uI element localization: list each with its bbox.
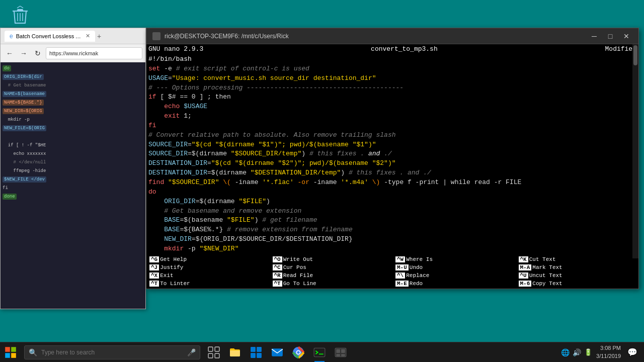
task-view-button[interactable]: [203, 342, 224, 363]
list-item: fi: [3, 184, 143, 192]
list-item: BASE=$(basename "$FILE") # get filename: [148, 216, 636, 225]
minimize-button[interactable]: ─: [588, 31, 600, 41]
svg-rect-20: [336, 349, 340, 353]
svg-rect-11: [257, 353, 262, 358]
nano-shortcut-to-linter: ^T To Linter: [146, 280, 270, 288]
taskbar: 🔍 🎤: [0, 342, 644, 362]
list-item: fi: [148, 121, 636, 131]
list-item: NEW_DIR=${ORIG: [3, 107, 143, 115]
list-item: exit 1;: [148, 112, 636, 121]
svg-rect-8: [251, 347, 256, 352]
list-item: BASE=${BASE%.*} # remove extension from …: [148, 225, 636, 235]
forward-button[interactable]: →: [18, 47, 30, 59]
start-button[interactable]: [0, 342, 21, 363]
list-item: done: [3, 193, 143, 201]
search-input[interactable]: [41, 349, 183, 356]
system-icons: 🌐 🔊 🔋: [561, 348, 592, 356]
svg-rect-3: [11, 353, 16, 358]
terminal-titlebar: rick@DESKTOP-3CEM9F6: /mnt/c/Users/Rick …: [146, 28, 638, 44]
time-display: 3:08 PM: [596, 344, 621, 352]
nano-shortcut-exit: ^X Exit: [146, 272, 270, 280]
nano-shortcut-where-is: ^W Where Is: [392, 255, 516, 263]
list-item: # --- Options processing ---------------…: [148, 83, 636, 93]
svg-rect-7: [215, 353, 219, 358]
svg-rect-17: [314, 348, 325, 356]
nano-shortcut-mark-text: M-A Mark Text: [516, 263, 639, 272]
list-item: $NEW_FILE </dev: [3, 175, 143, 184]
terminal-controls: ─ □ ✕: [588, 31, 632, 41]
scrollbar-thumb[interactable]: [633, 45, 637, 65]
back-button[interactable]: ←: [4, 47, 16, 59]
list-item: SOURCE_DIR=$(dirname "$SOURCE_DIR/temp")…: [148, 149, 636, 159]
nano-shortcut-undo: M-U Undo: [392, 263, 516, 272]
network-icon: 🌐: [561, 348, 570, 356]
maximize-button[interactable]: □: [604, 31, 616, 41]
nano-shortcut-row-2: ^X Exit ^R Read File ^\ Replace ^U Uncut…: [146, 272, 638, 288]
nano-shortcut-copy-text: M-6 Copy Text: [516, 280, 639, 288]
list-item: [3, 133, 143, 141]
svg-rect-21: [341, 349, 345, 353]
svg-rect-4: [208, 347, 213, 351]
taskbar-right: 🌐 🔊 🔋 3:08 PM 3/11/2019 💬: [561, 342, 644, 363]
list-item: if [ ! -f "$HE: [3, 141, 143, 149]
refresh-button[interactable]: ↻: [32, 47, 44, 59]
list-item: mkdir -p "$NEW_DIR": [148, 244, 636, 254]
list-item: set -e # exit script of control-c is use…: [148, 64, 636, 74]
list-item: # </dev/null: [3, 158, 143, 166]
browser-nav: ← → ↻ https://www.rickmak: [1, 44, 145, 62]
terminal-title-text: rick@DESKTOP-3CEM9F6: /mnt/c/Users/Rick: [165, 33, 289, 40]
new-tab-button[interactable]: +: [97, 32, 101, 40]
nano-shortcut-get-help: ^G Get Help: [146, 255, 270, 263]
browser-titlebar: e Batch Convert Lossless Audio to ✕ +: [1, 28, 145, 44]
nano-shortcut-go-to-line: ^T Go To Line: [270, 280, 393, 288]
address-bar[interactable]: https://www.rickmak: [46, 47, 142, 59]
terminal-window: rick@DESKTOP-3CEM9F6: /mnt/c/Users/Rick …: [146, 28, 639, 289]
list-item: echo $USAGE: [148, 102, 636, 112]
terminal-scrollbar[interactable]: [632, 44, 638, 258]
svg-rect-22: [336, 354, 340, 356]
volume-icon: 🔊: [573, 348, 581, 356]
svg-rect-23: [341, 354, 345, 356]
list-item: # Get basename and remove extension: [148, 207, 636, 216]
list-item: NEW_DIR=${ORIG_DIR/$SOURCE_DIR/$DESTINAT…: [148, 235, 636, 244]
browser-tab[interactable]: e Batch Convert Lossless Audio to ✕: [5, 31, 95, 42]
settings-taskbar-button[interactable]: [330, 342, 351, 363]
browser-content: do ORIG_DIR=$(dir # Get basename NAME=$(…: [1, 62, 145, 309]
nano-status: Modified: [605, 45, 636, 53]
nano-footer: ^G Get Help ^O Write Out ^W Where Is ^K …: [146, 254, 638, 289]
svg-rect-0: [5, 347, 10, 352]
svg-rect-5: [215, 347, 219, 351]
datetime-display[interactable]: 3:08 PM 3/11/2019: [596, 344, 621, 360]
mail-button[interactable]: [267, 342, 288, 363]
nano-shortcut-replace: ^\ Replace: [392, 272, 516, 280]
tab-close-button[interactable]: ✕: [86, 33, 90, 39]
nano-shortcut-cut-text: ^K Cut Text: [516, 255, 639, 263]
list-item: #!/bin/bash: [148, 55, 636, 64]
list-item: mkdir -p: [3, 116, 143, 124]
terminal-title-area: rick@DESKTOP-3CEM9F6: /mnt/c/Users/Rick: [152, 32, 289, 40]
list-item: DESTINATION_DIR="$(cd "$(dirname "$2")";…: [148, 159, 636, 168]
svg-rect-6: [208, 353, 213, 358]
microphone-icon[interactable]: 🎤: [187, 348, 196, 356]
list-item: ORIG_DIR=$(dirname "$FILE"): [148, 197, 636, 207]
list-item: do: [148, 188, 636, 197]
file-explorer-button[interactable]: [224, 342, 246, 363]
nano-content[interactable]: #!/bin/bash set -e # exit script of cont…: [146, 54, 638, 254]
svg-rect-10: [251, 353, 256, 358]
nano-shortcut-write-out: ^O Write Out: [270, 255, 393, 263]
chrome-button[interactable]: [288, 342, 309, 363]
terminal-app-icon: [152, 32, 160, 40]
svg-point-16: [297, 351, 299, 353]
close-button[interactable]: ✕: [620, 31, 632, 41]
store-button[interactable]: [246, 342, 267, 363]
code-sidebar: do ORIG_DIR=$(dir # Get basename NAME=$(…: [1, 62, 145, 309]
search-bar[interactable]: 🔍 🎤: [24, 345, 200, 359]
terminal-taskbar-button[interactable]: [309, 342, 330, 363]
search-icon: 🔍: [29, 348, 37, 356]
list-item: echo xxxxxxx: [3, 150, 143, 158]
notification-button[interactable]: 💬: [625, 342, 640, 363]
nano-shortcut-justify: ^J Justify: [146, 263, 270, 272]
list-item: NAME=$(basename: [3, 90, 143, 98]
list-item: SOURCE_DIR="$(cd "$(dirname "$1")"; pwd)…: [148, 140, 636, 150]
list-item: # Convert relative path to absolute. Als…: [148, 131, 636, 140]
